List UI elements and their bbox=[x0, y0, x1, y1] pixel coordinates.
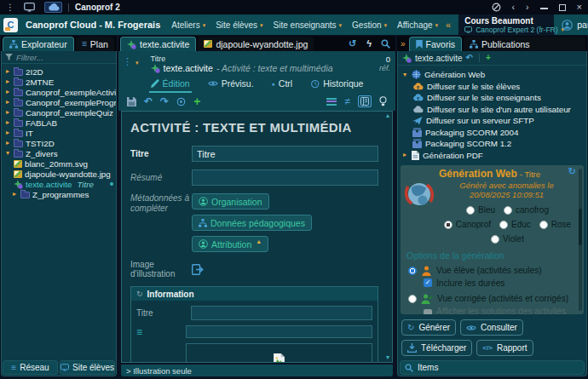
view-tab-ctrl[interactable]: Ctrl bbox=[270, 77, 295, 93]
nav-forward-icon[interactable] bbox=[526, 3, 529, 12]
workspace-selector[interactable]: Cours Beaumont Canoprof Expert 2 (fr-FR) bbox=[458, 14, 554, 35]
titre-input[interactable] bbox=[192, 146, 378, 162]
radio-theme-canofrog[interactable]: canofrog bbox=[504, 205, 549, 215]
donnees-pedagogiques-button[interactable]: Données pédagogiques bbox=[192, 215, 312, 231]
tree-item-selected[interactable]: texte.activiteTitre bbox=[2, 179, 116, 189]
info-text-input[interactable] bbox=[186, 325, 372, 338]
structure-list-icon[interactable] bbox=[326, 98, 337, 106]
tree-item[interactable]: Génération PDF bbox=[398, 150, 586, 162]
favorite-item-row[interactable]: texte.activite bbox=[398, 51, 586, 66]
account-menu[interactable]: paul.frogerais@ac-rennes.fr bbox=[562, 20, 588, 31]
scroll-up-icon[interactable] bbox=[386, 112, 389, 119]
chevron-right-icon[interactable] bbox=[4, 129, 11, 136]
paragraph-icon[interactable] bbox=[136, 327, 181, 337]
maximize-button[interactable] bbox=[559, 4, 566, 11]
item-dropdown-icon[interactable] bbox=[135, 60, 139, 66]
chevron-down-icon[interactable] bbox=[4, 150, 11, 157]
nav-back-icon[interactable] bbox=[512, 3, 516, 12]
refresh-generation-icon[interactable] bbox=[568, 167, 576, 176]
tree-item[interactable]: blanc_20mm.svg bbox=[2, 158, 116, 169]
target-icon[interactable] bbox=[176, 97, 186, 106]
tree-item[interactable]: Canoprof_exempleProgram... bbox=[2, 97, 116, 107]
tree-item[interactable]: TSTI2D bbox=[2, 138, 116, 148]
slash-circle-icon[interactable] bbox=[492, 3, 501, 12]
consulter-button[interactable]: Consulter bbox=[460, 319, 523, 336]
tree-item[interactable]: Packaging SCORM 1.2 bbox=[398, 138, 586, 150]
item-menu-icon[interactable] bbox=[123, 57, 132, 66]
collapse-menus-icon[interactable] bbox=[446, 20, 451, 30]
chevron-right-icon[interactable] bbox=[4, 99, 11, 106]
save-icon[interactable] bbox=[127, 97, 136, 106]
tab-favoris[interactable]: Favoris bbox=[409, 37, 462, 51]
tree-item[interactable]: Z_divers bbox=[2, 148, 116, 158]
tree-filter[interactable]: Filtrer... bbox=[2, 51, 116, 64]
chevron-right-icon[interactable] bbox=[4, 78, 11, 85]
hint-bulb-icon[interactable] bbox=[379, 96, 387, 106]
diff-icon[interactable] bbox=[344, 96, 350, 106]
menu-ateliers[interactable]: Ateliers bbox=[171, 20, 205, 30]
option-vue-eleve[interactable]: Vue élève (activités seules) bbox=[408, 266, 574, 276]
view-tab-historique[interactable]: Historique bbox=[308, 77, 365, 93]
view-tab-previsu[interactable]: Prévisu. bbox=[206, 77, 256, 93]
history-icon[interactable] bbox=[349, 39, 356, 49]
tree-item[interactable]: Diffuser sur le site enseignants bbox=[398, 92, 586, 104]
add-favorite-icon[interactable] bbox=[486, 54, 491, 62]
tree-item[interactable]: Z_programmes bbox=[2, 189, 116, 199]
chevron-down-icon[interactable] bbox=[401, 72, 408, 78]
chevron-right-icon[interactable] bbox=[4, 109, 11, 116]
tab-djapoule-wyandotte[interactable]: djapoule-wyandotte.jpg bbox=[198, 37, 314, 51]
generer-button[interactable]: Générer bbox=[401, 319, 456, 336]
tree-item[interactable]: Packaging SCORM 2004 bbox=[398, 127, 586, 139]
search-icon[interactable] bbox=[381, 39, 390, 49]
chevron-right-icon[interactable] bbox=[4, 68, 11, 75]
chevron-right-icon[interactable] bbox=[401, 152, 408, 158]
organisation-button[interactable]: Organisation bbox=[192, 193, 269, 210]
tab-publications[interactable]: Publications bbox=[464, 37, 585, 51]
tree-item[interactable]: IT bbox=[2, 128, 116, 138]
insert-image-icon[interactable] bbox=[192, 264, 204, 275]
tree-item[interactable]: djapoule-wyandotte.jpg bbox=[2, 169, 116, 179]
tab-plan[interactable]: Plan bbox=[76, 37, 114, 51]
chevron-right-icon[interactable] bbox=[11, 191, 18, 198]
close-button[interactable] bbox=[577, 3, 582, 12]
info-titre-input[interactable] bbox=[191, 306, 372, 320]
option-afficher-solutions[interactable]: Afficher les solutions des activités qui… bbox=[424, 307, 574, 315]
menu-site-eleves[interactable]: Site élèves bbox=[216, 20, 262, 30]
tree-item[interactable]: Diffuser sur le site élèves bbox=[398, 81, 586, 93]
information-header[interactable]: Information bbox=[131, 287, 378, 301]
attribution-button[interactable]: Attribution bbox=[192, 236, 268, 252]
card-scrollbar[interactable] bbox=[579, 169, 582, 311]
tree-item[interactable]: Diffuser sur le site d'un autre utilisat… bbox=[398, 104, 586, 116]
tree-item[interactable]: Canoprof_exempleQuiz bbox=[2, 107, 116, 118]
undo-icon[interactable] bbox=[144, 96, 153, 106]
tab-explorateur[interactable]: Explorateur bbox=[3, 37, 74, 51]
radio-theme-violet[interactable]: Violet bbox=[491, 234, 524, 244]
tab-site-eleves[interactable]: Site élèves bbox=[60, 360, 115, 375]
minimize-button[interactable] bbox=[540, 8, 548, 9]
overflow-menu-icon[interactable] bbox=[6, 3, 14, 12]
tree-item[interactable]: Canoprof_exempleActivite bbox=[2, 87, 116, 97]
option-inclure-durees[interactable]: Inclure les durées bbox=[424, 279, 574, 289]
tree-item[interactable]: FABLAB bbox=[2, 118, 116, 128]
tab-reseau[interactable]: Réseau bbox=[3, 360, 58, 375]
chevron-right-icon[interactable] bbox=[4, 140, 11, 146]
radio-theme-rose[interactable]: Rose bbox=[539, 220, 571, 229]
tree-item[interactable]: 2MTNE bbox=[2, 77, 116, 87]
redo-icon[interactable] bbox=[160, 96, 169, 106]
actions-icon[interactable] bbox=[366, 39, 372, 49]
tab-texte-activite[interactable]: texte.activite bbox=[120, 37, 196, 51]
add-icon[interactable] bbox=[193, 95, 200, 107]
chevron-right-icon[interactable] bbox=[4, 89, 11, 95]
chevron-right-icon[interactable] bbox=[4, 119, 11, 126]
rapport-button[interactable]: Rapport bbox=[476, 340, 533, 356]
radio-theme-canoprof[interactable]: Canoprof bbox=[444, 220, 491, 229]
menu-site-enseignants[interactable]: Site enseignants bbox=[274, 20, 342, 30]
resume-input[interactable] bbox=[192, 169, 378, 186]
option-vue-corrigee[interactable]: Vue corrigée (activités et corrigés) bbox=[408, 294, 574, 304]
expand-panel-icon[interactable] bbox=[401, 40, 406, 49]
radio-theme-educ[interactable]: Educ bbox=[499, 220, 531, 229]
menu-affichage[interactable]: Affichage bbox=[397, 20, 438, 30]
scroll-down-icon[interactable] bbox=[386, 354, 389, 361]
cloud-view-button[interactable] bbox=[44, 2, 62, 13]
revert-favorite-icon[interactable] bbox=[466, 54, 473, 62]
